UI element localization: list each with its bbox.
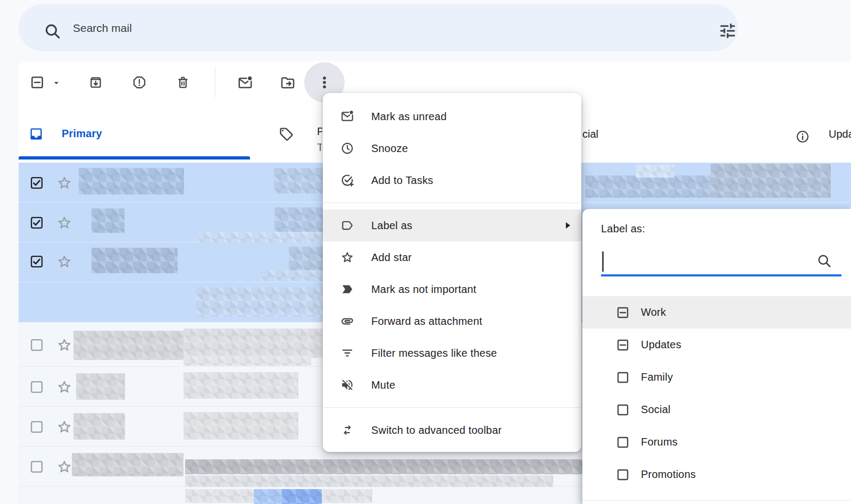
row-checkbox-unchecked[interactable]	[29, 380, 44, 394]
toolbar-divider	[215, 68, 215, 97]
redacted-text-block	[289, 247, 323, 272]
label-option-social[interactable]: Social	[582, 393, 851, 426]
label-option-work[interactable]: Work	[582, 296, 851, 329]
row-checkbox-checked[interactable]	[29, 215, 44, 230]
row-checkbox-unchecked[interactable]	[29, 338, 44, 352]
label-option-promotions[interactable]: Promotions	[582, 458, 851, 491]
tab-social-label-fragment[interactable]: cial	[582, 128, 604, 140]
redacted-text-block	[91, 248, 178, 273]
updates-info-icon[interactable]	[795, 129, 810, 144]
mute-icon	[340, 378, 354, 392]
tab-primary[interactable]: Primary	[62, 128, 102, 140]
report-spam-icon[interactable]	[132, 75, 147, 90]
tab-promotions-label-fragment-2: T	[317, 141, 322, 153]
label-name: Work	[641, 306, 666, 318]
redacted-text-block	[196, 287, 323, 317]
label-name: Social	[641, 404, 671, 416]
delete-icon[interactable]	[176, 75, 190, 90]
menu-item-label: Add star	[371, 251, 412, 264]
more-options-menu: Mark as unread Snooze Add to Tasks Label…	[323, 93, 581, 452]
checkbox-unchecked[interactable]	[616, 403, 630, 417]
search-icon[interactable]	[816, 253, 832, 269]
menu-item-filter-messages[interactable]: Filter messages like these	[323, 337, 581, 369]
attachment-icon	[340, 314, 354, 328]
menu-item-label: Add to Tasks	[371, 174, 433, 187]
tab-primary-underline	[19, 156, 250, 159]
mark-unread-icon[interactable]	[237, 75, 253, 91]
checkbox-indeterminate[interactable]	[616, 306, 630, 320]
label-as-submenu: Label as: Work Updates Family Social For…	[582, 209, 851, 504]
redacted-text-block	[711, 164, 831, 198]
menu-item-add-star[interactable]: Add star	[323, 241, 581, 273]
row-checkbox-unchecked[interactable]	[29, 459, 44, 474]
select-dropdown-caret-icon[interactable]	[51, 78, 62, 88]
checkbox-unchecked[interactable]	[616, 371, 630, 384]
redacted-text-block	[72, 453, 183, 476]
menu-item-add-to-tasks[interactable]: Add to Tasks	[323, 164, 581, 196]
menu-item-label: Filter messages like these	[371, 347, 497, 359]
swap-arrows-icon	[340, 423, 354, 437]
label-search-input[interactable]	[603, 248, 807, 271]
menu-item-mark-as-unread[interactable]: Mark as unread	[323, 100, 581, 132]
label-option-updates[interactable]: Updates	[582, 329, 851, 361]
star-icon[interactable]	[56, 419, 72, 435]
menu-divider	[323, 203, 581, 203]
checkbox-unchecked[interactable]	[616, 468, 630, 482]
redacted-text-block	[274, 168, 323, 194]
menu-item-snooze[interactable]: Snooze	[323, 132, 581, 164]
more-vertical-dots-icon	[316, 74, 332, 90]
redacted-text-block	[76, 373, 125, 400]
redacted-text-block	[185, 475, 553, 487]
select-all-checkbox[interactable]	[30, 75, 45, 90]
tab-updates-label-fragment[interactable]: Upda	[829, 128, 851, 140]
row-checkbox-checked[interactable]	[29, 254, 44, 269]
search-icon[interactable]	[44, 22, 62, 40]
redacted-text-block	[79, 168, 184, 195]
search-filters-tune-icon[interactable]	[718, 21, 737, 40]
checkbox-unchecked[interactable]	[616, 435, 630, 449]
snooze-clock-icon	[340, 141, 354, 155]
inbox-icon	[29, 127, 44, 141]
submenu-divider	[582, 500, 851, 501]
star-icon[interactable]	[56, 379, 72, 395]
menu-item-mark-as-not-important[interactable]: Mark as not important	[323, 273, 581, 305]
not-important-icon	[340, 282, 354, 296]
mark-unread-icon	[340, 110, 354, 123]
menu-item-switch-to-advanced-toolbar[interactable]: Switch to advanced toolbar	[323, 414, 581, 446]
label-option-forums[interactable]: Forums	[582, 426, 851, 458]
submenu-arrow-icon	[565, 222, 571, 229]
label-as-title: Label as:	[601, 223, 645, 235]
search-input[interactable]	[72, 17, 680, 39]
menu-item-mute[interactable]: Mute	[323, 369, 581, 401]
checkbox-indeterminate[interactable]	[616, 338, 630, 352]
menu-item-label: Mark as not important	[371, 283, 477, 296]
menu-item-label: Switch to advanced toolbar	[371, 424, 502, 436]
star-icon[interactable]	[56, 254, 72, 270]
move-to-icon[interactable]	[280, 75, 296, 91]
star-icon[interactable]	[56, 215, 72, 231]
row-checkbox-checked[interactable]	[29, 175, 44, 190]
menu-divider	[323, 407, 581, 408]
tab-promotions-label-fragment: P	[317, 125, 322, 140]
menu-item-label-as[interactable]: Label as	[323, 209, 581, 241]
label-name: Promotions	[641, 468, 696, 481]
redacted-text-block	[73, 331, 183, 360]
star-icon[interactable]	[56, 175, 72, 191]
text-caret	[602, 251, 604, 272]
menu-item-forward-as-attachment[interactable]: Forward as attachment	[323, 305, 581, 337]
redacted-text-block	[636, 165, 674, 178]
menu-item-label: Mute	[371, 379, 395, 391]
archive-icon[interactable]	[88, 75, 103, 90]
add-task-icon	[340, 173, 354, 187]
row-checkbox-unchecked[interactable]	[29, 419, 44, 434]
redacted-text-block	[183, 356, 311, 366]
redacted-text-block	[183, 329, 323, 358]
redacted-text-block	[91, 208, 124, 233]
star-icon[interactable]	[56, 459, 72, 475]
label-name: Updates	[641, 339, 681, 351]
redacted-text-block	[73, 413, 125, 440]
promotions-tag-icon[interactable]	[279, 127, 294, 142]
star-icon[interactable]	[56, 337, 72, 353]
search-bar[interactable]	[19, 4, 738, 51]
label-option-family[interactable]: Family	[582, 361, 851, 393]
